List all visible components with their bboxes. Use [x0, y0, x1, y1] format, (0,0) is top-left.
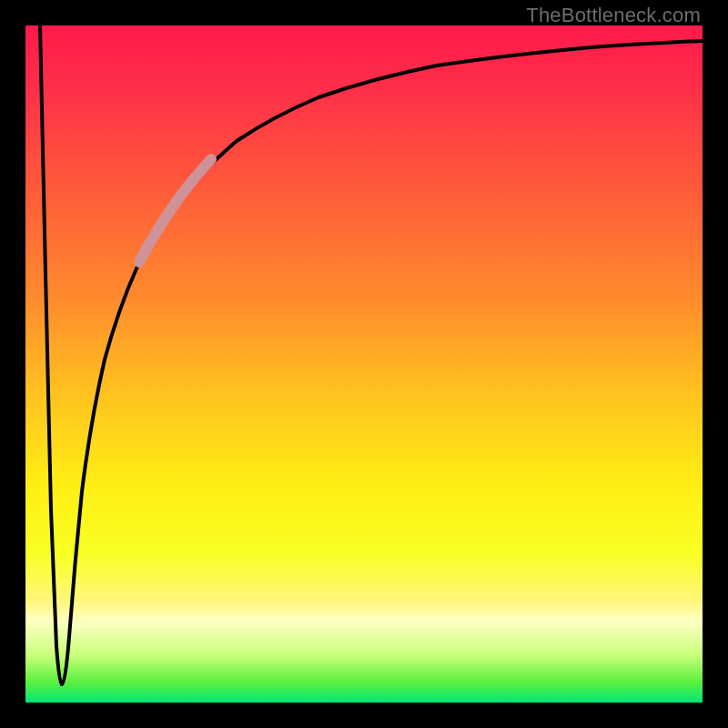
- bottleneck-curve: [0, 0, 728, 728]
- curve-highlight: [139, 159, 211, 262]
- curve-path: [40, 25, 703, 684]
- chart-frame: TheBottleneck.com: [0, 0, 728, 728]
